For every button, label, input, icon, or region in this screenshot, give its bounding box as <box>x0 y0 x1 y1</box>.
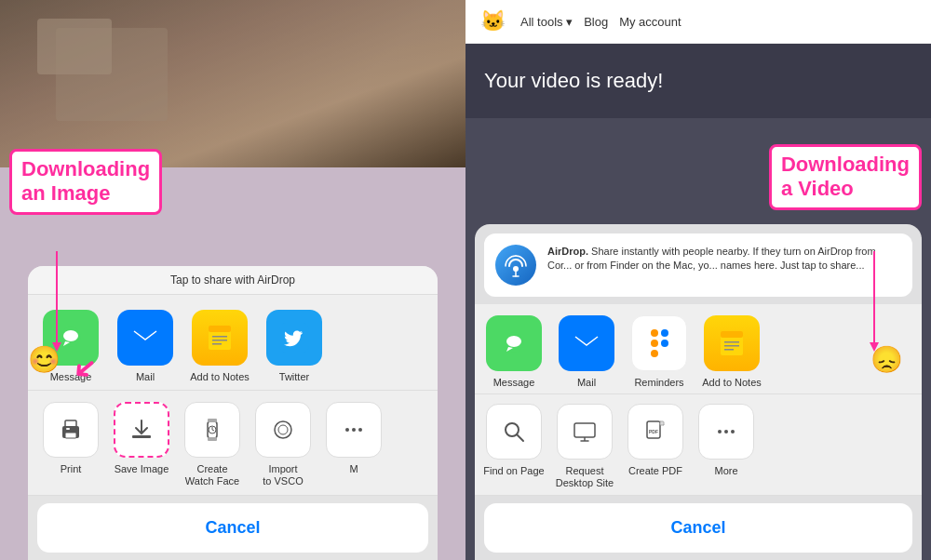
app-row-right: Message Mail Reminders <box>475 304 922 394</box>
action-row-left: Print Save Image CreateWatch Face Import… <box>28 391 438 496</box>
svg-point-22 <box>278 425 288 434</box>
find-on-page-action[interactable]: Find on Page <box>480 404 547 489</box>
vsco-icon <box>255 402 311 458</box>
import-vsco-action[interactable]: Importto VSCO <box>250 402 317 487</box>
airdrop-description: Share instantly with people nearby. If t… <box>547 246 876 271</box>
left-panel: Downloading an Image 😊 ➜ Tap to share wi… <box>0 0 466 560</box>
airdrop-title: AirDrop. <box>547 246 588 257</box>
svg-line-20 <box>212 430 214 431</box>
svg-rect-6 <box>212 336 227 338</box>
airdrop-icon <box>495 245 536 286</box>
print-label: Print <box>61 463 82 475</box>
import-vsco-label: Importto VSCO <box>263 463 303 487</box>
notes-icon-left <box>192 310 248 366</box>
share-sheet-left: Tap to share with AirDrop Message Mail <box>28 266 438 560</box>
svg-point-26 <box>513 266 519 272</box>
airdrop-text: AirDrop. Share instantly with people nea… <box>547 245 901 273</box>
svg-point-48 <box>731 430 735 433</box>
request-desktop-label: RequestDesktop Site <box>556 465 614 489</box>
app-item-notes-left[interactable]: Add to Notes <box>186 310 253 382</box>
create-pdf-label: Create PDF <box>628 465 682 477</box>
messages-label-right: Message <box>493 377 535 388</box>
save-image-icon <box>114 402 169 458</box>
svg-line-39 <box>517 434 523 441</box>
right-header: 🐱 All tools ▾ Blog My account <box>466 0 931 44</box>
emoji-sad: 😞 <box>870 344 903 375</box>
svg-point-24 <box>352 428 356 432</box>
svg-rect-7 <box>212 340 227 341</box>
svg-point-21 <box>275 421 291 438</box>
find-on-page-label: Find on Page <box>483 465 544 477</box>
site-logo: 🐱 <box>480 9 506 33</box>
svg-point-25 <box>358 428 362 432</box>
save-image-label: Save Image <box>115 463 169 475</box>
create-watch-face-label: CreateWatch Face <box>185 463 239 487</box>
nav-blog[interactable]: Blog <box>584 15 608 29</box>
background-photo <box>0 0 466 167</box>
app-item-mail-right[interactable]: Mail <box>553 315 620 388</box>
cancel-button-left[interactable]: Cancel <box>37 503 428 553</box>
twitter-label-left: Twitter <box>279 371 309 382</box>
svg-text:PDF: PDF <box>649 429 658 434</box>
svg-point-23 <box>345 428 349 432</box>
create-pdf-action[interactable]: PDF Create PDF <box>622 404 689 489</box>
save-image-action[interactable]: Save Image <box>108 402 175 487</box>
svg-rect-40 <box>574 423 595 437</box>
request-desktop-icon <box>557 404 613 460</box>
notes-label-left: Add to Notes <box>190 371 250 382</box>
nav-bar: All tools ▾ Blog My account <box>520 15 681 29</box>
twitter-icon-left <box>266 310 322 366</box>
more-action-right[interactable]: More <box>693 404 760 489</box>
airdrop-banner-left: Tap to share with AirDrop <box>28 266 438 295</box>
svg-rect-35 <box>724 341 739 343</box>
mail-label-right: Mail <box>577 377 596 388</box>
app-item-twitter-left[interactable]: Twitter <box>261 310 328 382</box>
annotation-arrow-right <box>873 251 875 344</box>
reminders-icon-right <box>631 315 687 371</box>
svg-rect-44 <box>660 421 664 425</box>
messages-icon-right <box>486 315 542 371</box>
svg-point-47 <box>724 430 728 433</box>
mail-icon-right <box>559 315 614 371</box>
nav-account[interactable]: My account <box>619 15 681 29</box>
app-item-notes-right[interactable]: Add to Notes <box>698 315 765 388</box>
svg-point-46 <box>718 430 722 433</box>
more-label-left: M <box>349 463 358 475</box>
svg-rect-37 <box>724 349 734 351</box>
airdrop-section: AirDrop. Share instantly with people nea… <box>484 233 912 297</box>
svg-rect-8 <box>212 343 222 345</box>
annotation-arrow-left <box>56 251 58 344</box>
downloading-video-label: Downloading a Video <box>769 144 922 210</box>
svg-rect-17 <box>208 437 217 441</box>
app-item-mail-left[interactable]: Mail <box>112 310 179 382</box>
app-item-reminders-right[interactable]: Reminders <box>626 315 693 388</box>
right-panel: 🐱 All tools ▾ Blog My account Your video… <box>466 0 931 560</box>
more-action-left[interactable]: M <box>320 402 387 487</box>
reminders-label-right: Reminders <box>634 377 683 388</box>
notes-icon-right <box>704 315 760 371</box>
svg-point-30 <box>506 336 521 347</box>
print-icon <box>43 402 99 458</box>
svg-rect-5 <box>209 326 231 332</box>
cancel-button-right[interactable]: Cancel <box>484 503 912 553</box>
notes-label-right: Add to Notes <box>702 377 762 388</box>
app-item-messages-right[interactable]: Message <box>480 315 547 388</box>
svg-point-1 <box>63 330 78 341</box>
request-desktop-action[interactable]: RequestDesktop Site <box>551 404 618 489</box>
create-watch-face-action[interactable]: CreateWatch Face <box>179 402 246 487</box>
svg-rect-13 <box>66 428 70 430</box>
svg-rect-36 <box>724 345 739 347</box>
hero-area: Your video is ready! <box>466 44 931 118</box>
create-pdf-icon: PDF <box>627 404 683 460</box>
share-sheet-right: AirDrop. Share instantly with people nea… <box>475 224 922 560</box>
action-row-right: Find on Page RequestDesktop Site PDF Cre… <box>475 394 922 496</box>
svg-rect-14 <box>132 435 151 438</box>
nav-all-tools[interactable]: All tools ▾ <box>520 15 573 29</box>
emoji-happy: 😊 <box>28 344 61 375</box>
more-icon-right <box>698 404 754 460</box>
svg-rect-34 <box>721 331 743 338</box>
print-action[interactable]: Print <box>37 402 104 487</box>
svg-rect-12 <box>65 433 76 438</box>
more-icon-left <box>326 402 382 458</box>
svg-rect-16 <box>208 419 217 422</box>
